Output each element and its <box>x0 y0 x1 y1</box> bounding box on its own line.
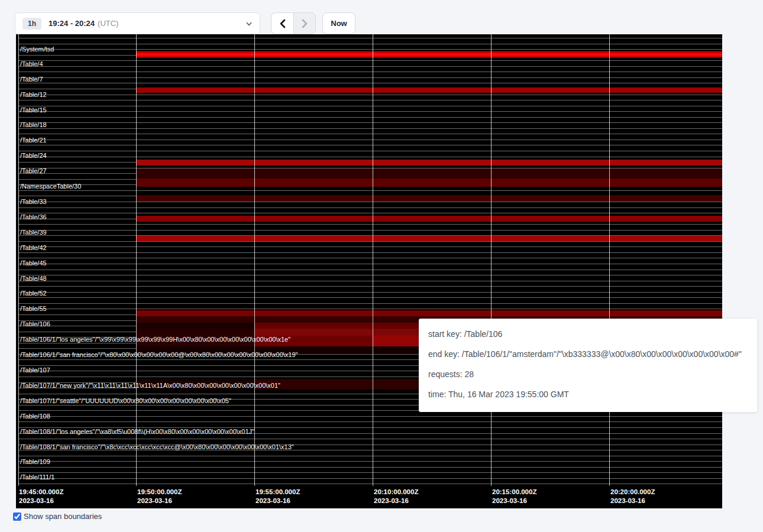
span-boundary-line <box>18 286 722 287</box>
span-boundary-line <box>18 303 722 304</box>
span-boundary-line <box>18 83 722 83</box>
row-key-label: /NamespaceTable/30 <box>20 183 81 190</box>
span-boundary-line <box>18 275 722 275</box>
span-boundary-line <box>18 134 722 134</box>
x-axis-tick: 19:45:00.000Z2023-03-16 <box>19 488 63 505</box>
row-key-label: /Table/108/1/"los angeles"/"\xa8\xf5\u00… <box>20 428 254 435</box>
span-boundary-line <box>18 100 722 100</box>
key-visualizer-page: 1h 19:24 - 20:24 (UTC) Now /System/tsd/T… <box>0 0 763 532</box>
row-key-label: /Table/106/1/"los angeles"/"\x99\x99\x99… <box>20 336 290 343</box>
span-boundary-line <box>18 439 722 439</box>
span-boundary-line <box>18 207 722 208</box>
span-boundary-line <box>18 264 722 264</box>
span-boundary-line <box>18 140 722 140</box>
heat-band <box>136 310 722 316</box>
x-axis-tick: 20:10:00.000Z2023-03-16 <box>374 488 418 505</box>
row-key-label: /Table/106 <box>20 320 50 327</box>
span-boundary-line <box>18 309 722 309</box>
x-axis-tick: 20:20:00.000Z2023-03-16 <box>610 488 655 505</box>
time-nav-group <box>271 12 316 34</box>
span-boundary-line <box>18 416 722 417</box>
row-key-label: /System/tsd <box>20 46 54 53</box>
tooltip-start-key: start key: /Table/106 <box>428 324 748 344</box>
row-key-label: /Table/33 <box>20 198 47 205</box>
heat-band <box>136 329 254 336</box>
row-key-label: /Table/21 <box>20 137 47 144</box>
span-boundary-line <box>18 252 722 253</box>
span-boundary-line <box>18 484 722 484</box>
prev-interval-button[interactable] <box>271 12 293 34</box>
span-boundary-line <box>18 421 722 422</box>
row-key-label: /Table/108 <box>20 413 50 420</box>
span-boundary-line <box>18 478 722 479</box>
span-boundary-line <box>18 111 722 112</box>
tooltip-end-key: end key: /Table/106/1/"amsterdam"/"\xb33… <box>428 344 748 364</box>
chevron-right-icon <box>300 19 309 28</box>
heat-band <box>136 168 722 179</box>
row-key-label: /Table/55 <box>20 305 47 312</box>
span-boundary-line <box>18 213 722 213</box>
span-boundary-line <box>18 106 722 106</box>
span-boundary-line <box>18 72 722 72</box>
chevron-left-icon <box>279 19 287 28</box>
row-key-label: /Table/39 <box>20 229 47 236</box>
row-key-label: /Table/111/1 <box>20 473 54 481</box>
row-key-label: /Table/107/1/"seattle"/"UUUUUUD\x00\x80\… <box>20 397 231 404</box>
tooltip-requests: requests: 28 <box>428 364 748 384</box>
span-boundary-line <box>18 60 722 61</box>
row-key-label: /Table/12 <box>20 91 47 98</box>
time-gridline <box>18 34 19 486</box>
time-gridline <box>491 34 492 486</box>
keyvis-heatmap-canvas[interactable]: /System/tsd/Table/4/Table/7/Table/12/Tab… <box>16 34 722 508</box>
span-boundary-line <box>18 157 722 157</box>
row-key-label: /Table/52 <box>20 290 47 297</box>
span-boundary-line <box>18 66 722 67</box>
heat-band <box>136 51 722 58</box>
row-key-label: /Table/27 <box>20 167 47 174</box>
span-boundary-line <box>18 472 722 473</box>
heat-band <box>136 236 722 241</box>
row-key-label: /Table/4 <box>20 60 43 67</box>
span-boundary-line <box>18 190 722 191</box>
row-key-label: /Table/107/1/"new york"/"\x11\x11\x11\x1… <box>20 382 280 389</box>
span-boundary-line <box>18 44 722 44</box>
span-boundary-line <box>18 38 722 38</box>
chevron-down-icon <box>245 20 253 27</box>
x-axis-tick: 19:50:00.000Z2023-03-16 <box>137 488 182 505</box>
row-key-label: /Table/7 <box>20 76 43 83</box>
duration-badge: 1h <box>22 18 41 30</box>
time-gridline <box>373 34 373 486</box>
span-boundary-line <box>18 461 722 462</box>
time-gridline <box>136 34 137 486</box>
time-range-selector[interactable]: 1h 19:24 - 20:24 (UTC) <box>15 12 260 34</box>
x-axis-tick: 19:55:00.000Z2023-03-16 <box>256 488 300 505</box>
span-boundary-line <box>18 270 722 270</box>
row-key-label: /Table/42 <box>20 244 47 251</box>
tooltip-time: time: Thu, 16 Mar 2023 19:55:00 GMT <box>428 384 748 404</box>
toolbar: 1h 19:24 - 20:24 (UTC) Now <box>0 0 763 34</box>
row-key-label: /Table/15 <box>20 106 47 113</box>
span-tooltip: start key: /Table/106 end key: /Table/10… <box>419 319 757 412</box>
heat-band <box>136 323 254 329</box>
show-span-boundaries-checkbox[interactable] <box>13 512 21 521</box>
span-boundary-line <box>18 467 722 468</box>
row-key-label: /Table/108/1/"san francisco"/"\x8c\xcc\x… <box>20 443 294 450</box>
footer: Show span boundaries <box>13 512 102 521</box>
row-key-label: /Table/36 <box>20 213 47 220</box>
span-boundary-line <box>18 151 722 151</box>
now-button[interactable]: Now <box>322 12 355 34</box>
show-span-boundaries-label: Show span boundaries <box>24 512 102 521</box>
span-boundary-line <box>18 456 722 456</box>
heat-band <box>136 195 722 202</box>
span-boundary-line <box>18 292 722 293</box>
span-boundary-line <box>18 95 722 95</box>
span-boundary-line <box>18 258 722 258</box>
timezone-label: (UTC) <box>98 19 118 28</box>
time-gridline <box>254 34 255 486</box>
span-boundary-line <box>18 77 722 78</box>
row-key-label: /Table/109 <box>20 458 50 465</box>
span-boundary-line <box>18 230 722 231</box>
next-interval-button[interactable] <box>293 12 316 34</box>
heat-band <box>136 160 722 166</box>
span-boundary-line <box>18 128 722 129</box>
